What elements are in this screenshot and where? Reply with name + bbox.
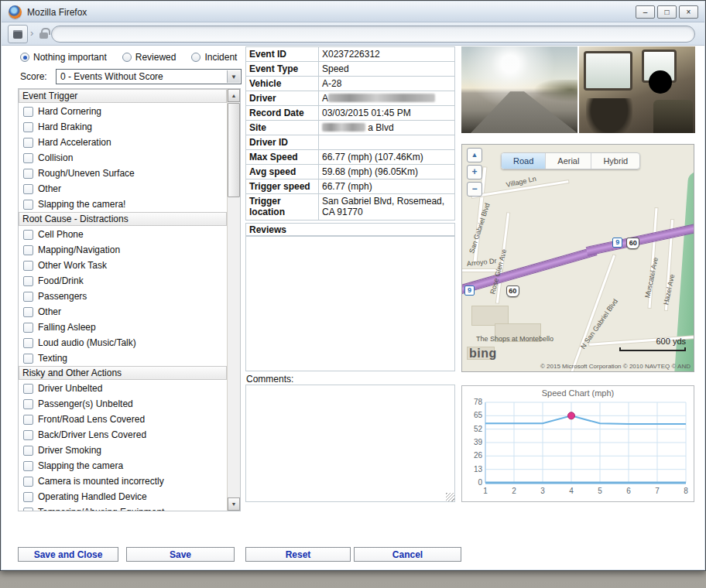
checkbox[interactable] [23,122,33,132]
checklist-item-other[interactable]: Other [19,304,227,320]
checkbox[interactable] [23,153,33,163]
url-input[interactable] [51,26,695,43]
field-value-trigger-speed: 66.77 (mph) [319,179,455,194]
minimize-button[interactable]: – [636,5,655,19]
map-type-hybrid[interactable]: Hybrid [591,153,639,169]
field-label-max-speed: Max Speed [246,150,319,165]
cab-seat [653,100,693,133]
radio-option-reviewed[interactable]: Reviewed [122,52,176,63]
save-and-close-button[interactable]: Save and Close [18,547,118,562]
map-compass-button[interactable]: ▲ [467,148,482,162]
reset-button[interactable]: Reset [245,547,351,562]
field-value-avg-speed: 59.68 (mph) (96.05Km) [319,165,455,179]
checkbox[interactable] [23,307,33,317]
checkbox[interactable] [23,276,33,286]
checklist-item-cell-phone[interactable]: Cell Phone [19,227,227,242]
checkbox[interactable] [23,245,33,255]
checkbox[interactable] [23,261,33,271]
map-freeway [586,223,694,256]
title-bar[interactable]: Mozilla Firefox – □ × [2,2,704,22]
checklist-item-hard-cornering[interactable]: Hard Cornering [19,104,227,119]
street-label-hazel-ave: Hazel Ave [662,274,676,306]
map-type-aerial[interactable]: Aerial [546,153,591,169]
checkbox[interactable] [23,138,33,148]
checklist-item-texting[interactable]: Texting [19,350,227,366]
checkbox[interactable] [23,415,33,425]
checkbox[interactable] [23,461,33,471]
radio-option-incident[interactable]: Incident [191,52,237,63]
checkbox[interactable] [23,230,33,240]
map-copyright: © 2015 Microsoft Corporation © 2010 NAVT… [540,363,691,370]
bing-map[interactable]: ▲ + − RoadAerialHybrid 600 yds bing © 20… [461,144,694,372]
page-icon [13,30,22,39]
checklist-item-operating-handled-device[interactable]: Operating Handled Device [19,489,227,504]
comments-textarea[interactable] [245,385,455,502]
checklist-item-camera-is-mounted-incorrectly[interactable]: Camera is mounted incorrectly [19,473,227,489]
checklist-item-back-driver-lens-covered[interactable]: Back/Driver Lens Covered [19,427,227,443]
checklist-item-loud-audio-music-talk[interactable]: Loud audio (Music/Talk) [19,335,227,350]
map-zoom-out-button[interactable]: − [467,182,482,197]
checkbox[interactable] [23,430,33,440]
cab-camera-image[interactable] [579,46,695,133]
checkbox[interactable] [23,354,33,364]
checkbox[interactable] [23,200,33,210]
checklist-item-driver-smoking[interactable]: Driver Smoking [19,443,227,458]
map-type-switcher: RoadAerialHybrid [501,152,640,169]
checklist-item-driver-unbelted[interactable]: Driver Unbelted [19,381,227,396]
map-zoom-in-button[interactable]: + [467,165,482,179]
checklist-item-slapping-the-camera[interactable]: Slapping the camera [19,458,227,473]
radio-option-nothing-important[interactable]: Nothing important [20,52,107,63]
checkbox[interactable] [23,169,33,179]
checkbox[interactable] [23,292,33,302]
scroll-up-button[interactable]: ▲ [228,89,240,102]
checkbox[interactable] [23,107,33,117]
roadside-trees [533,80,577,102]
scrollbar-thumb[interactable] [228,103,240,197]
maximize-button[interactable]: □ [657,5,677,19]
checklist-item-passenger-s-unbelted[interactable]: Passenger(s) Unbelted [19,396,227,412]
cancel-button[interactable]: Cancel [354,547,461,562]
checklist-item-passengers[interactable]: Passengers [19,289,227,304]
checklist-item-falling-asleep[interactable]: Falling Asleep [19,320,227,335]
checklist-item-hard-acceleration[interactable]: Hard Acceleration [19,135,227,150]
site-identity-button[interactable] [8,25,28,43]
svg-text:8: 8 [684,487,688,495]
lock-icon[interactable] [39,32,48,39]
checklist-item-other-work-task[interactable]: Other Work Task [19,258,227,273]
checklist-item-slapping-the-camera[interactable]: Slapping the camera! [19,197,227,212]
checkbox[interactable] [23,323,33,333]
checkbox[interactable] [23,477,33,487]
field-value-trigger-location: San Gabriel Blvd, Rosemead, CA 91770 [319,194,455,220]
checklist-item-tampering-abusing-equipment[interactable]: Tampering/Abusing Equipment [19,504,227,511]
resize-grip[interactable] [446,493,454,501]
checkbox[interactable] [23,384,33,394]
redacted-text [328,94,435,102]
scroll-down-button[interactable]: ▼ [228,497,240,511]
checkbox[interactable] [23,508,33,511]
checklist-item-other[interactable]: Other [19,181,227,197]
map-building [471,306,509,326]
checkbox[interactable] [23,492,33,502]
checklist-scrollbar[interactable]: ▲ ▼ [227,89,240,511]
close-button[interactable]: × [679,5,698,19]
checklist-item-front-road-lens-covered[interactable]: Front/Road Lens Covered [19,412,227,427]
checklist-item-rough-uneven-surface[interactable]: Rough/Uneven Surface [19,166,227,181]
checkbox[interactable] [23,338,33,348]
checklist-item-collision[interactable]: Collision [19,150,227,166]
radio-label: Nothing important [33,52,107,63]
svg-text:39: 39 [474,438,483,446]
save-button[interactable]: Save [126,547,235,562]
checklist-item-mapping-navigation[interactable]: Mapping/Navigation [19,242,227,258]
checkbox[interactable] [23,446,33,456]
score-select[interactable]: 0 - Events Without Score ▼ [56,69,242,84]
checkbox[interactable] [23,399,33,409]
checklist-item-food-drink[interactable]: Food/Drink [19,273,227,289]
checkbox[interactable] [23,184,33,194]
event-review-form: Nothing importantReviewedIncident Score:… [2,46,704,569]
dropdown-arrow-icon[interactable]: ▼ [227,70,240,83]
checklist-item-label: Food/Drink [38,275,84,286]
map-type-road[interactable]: Road [502,153,546,169]
checklist-item-hard-braking[interactable]: Hard Braking [19,119,227,135]
firefox-icon [9,5,22,19]
road-camera-image[interactable] [461,46,577,133]
